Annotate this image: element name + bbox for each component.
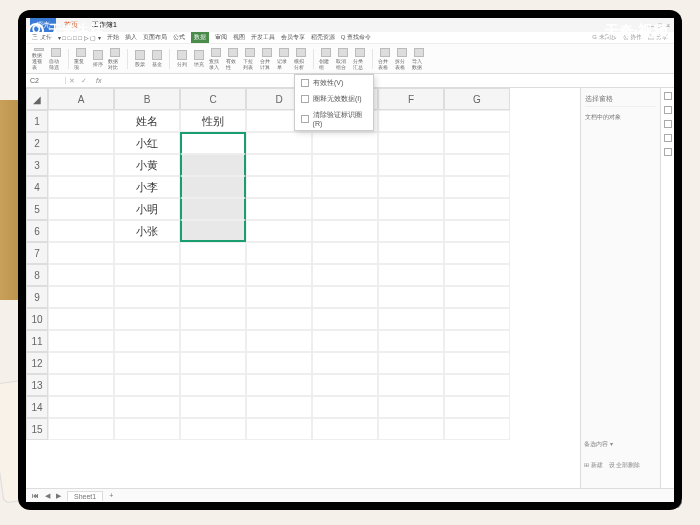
row-header-14[interactable]: 14: [26, 396, 48, 418]
cell-A13[interactable]: [48, 374, 114, 396]
cell-C5[interactable]: [180, 198, 246, 220]
cell-F1[interactable]: [378, 110, 444, 132]
spreadsheet-grid[interactable]: ◢ABCDEFG1姓名性别2小红3小黄4小李5小明6小张789101112131…: [26, 88, 580, 440]
name-box[interactable]: C2: [26, 77, 66, 84]
cell-C8[interactable]: [180, 264, 246, 286]
cell-G5[interactable]: [444, 198, 510, 220]
cell-F9[interactable]: [378, 286, 444, 308]
cell-E11[interactable]: [312, 330, 378, 352]
ribbon-merge[interactable]: 合并表格: [378, 48, 392, 70]
cell-D10[interactable]: [246, 308, 312, 330]
row-header-6[interactable]: 6: [26, 220, 48, 242]
cell-C12[interactable]: [180, 352, 246, 374]
col-header-A[interactable]: A: [48, 88, 114, 110]
cell-E8[interactable]: [312, 264, 378, 286]
cell-B7[interactable]: [114, 242, 180, 264]
cell-D5[interactable]: [246, 198, 312, 220]
add-sheet-button[interactable]: +: [109, 492, 113, 499]
cell-G1[interactable]: [444, 110, 510, 132]
menu-data[interactable]: 数据: [191, 32, 209, 43]
cell-E10[interactable]: [312, 308, 378, 330]
cell-C9[interactable]: [180, 286, 246, 308]
cell-C10[interactable]: [180, 308, 246, 330]
cell-G9[interactable]: [444, 286, 510, 308]
cell-D4[interactable]: [246, 176, 312, 198]
cell-D13[interactable]: [246, 374, 312, 396]
sheet-tab-1[interactable]: Sheet1: [67, 491, 103, 501]
dropdown-clear-circles[interactable]: 清除验证标识圈(R): [295, 107, 373, 130]
cell-E15[interactable]: [312, 418, 378, 440]
cell-A2[interactable]: [48, 132, 114, 154]
cell-E3[interactable]: [312, 154, 378, 176]
cell-F6[interactable]: [378, 220, 444, 242]
row-header-1[interactable]: 1: [26, 110, 48, 132]
cell-B1[interactable]: 姓名: [114, 110, 180, 132]
ribbon-validation[interactable]: 有效性: [226, 48, 240, 70]
cell-D11[interactable]: [246, 330, 312, 352]
cell-A10[interactable]: [48, 308, 114, 330]
cell-A4[interactable]: [48, 176, 114, 198]
ribbon-dropdown[interactable]: 下拉列表: [243, 48, 257, 70]
cell-A7[interactable]: [48, 242, 114, 264]
ribbon-ungroup[interactable]: 取消组合: [336, 48, 350, 70]
row-header-7[interactable]: 7: [26, 242, 48, 264]
menu-layout[interactable]: 页面布局: [143, 33, 167, 42]
ribbon-pivot[interactable]: 数据透视表: [32, 48, 46, 70]
cell-A5[interactable]: [48, 198, 114, 220]
cell-D15[interactable]: [246, 418, 312, 440]
cell-G6[interactable]: [444, 220, 510, 242]
cell-F2[interactable]: [378, 132, 444, 154]
cell-B15[interactable]: [114, 418, 180, 440]
cell-F13[interactable]: [378, 374, 444, 396]
ribbon-whatif[interactable]: 模拟分析: [294, 48, 308, 70]
select-all-corner[interactable]: ◢: [26, 88, 48, 110]
delete-all-button[interactable]: 设 全部删除: [609, 461, 641, 470]
ribbon-dup[interactable]: 重复项: [74, 48, 88, 70]
cell-A3[interactable]: [48, 154, 114, 176]
fx-cancel-icon[interactable]: ✕: [66, 77, 78, 85]
cell-G3[interactable]: [444, 154, 510, 176]
menu-insert[interactable]: 插入: [125, 33, 137, 42]
cell-G11[interactable]: [444, 330, 510, 352]
cell-C11[interactable]: [180, 330, 246, 352]
ribbon-group[interactable]: 创建组: [319, 48, 333, 70]
formula-input[interactable]: [107, 77, 674, 84]
cell-C15[interactable]: [180, 418, 246, 440]
row-header-3[interactable]: 3: [26, 154, 48, 176]
cell-F8[interactable]: [378, 264, 444, 286]
cell-C7[interactable]: [180, 242, 246, 264]
sidetab-2[interactable]: [664, 106, 672, 114]
cell-A12[interactable]: [48, 352, 114, 374]
menu-review[interactable]: 审阅: [215, 33, 227, 42]
cell-D12[interactable]: [246, 352, 312, 374]
cell-E13[interactable]: [312, 374, 378, 396]
cell-F5[interactable]: [378, 198, 444, 220]
cell-A15[interactable]: [48, 418, 114, 440]
menu-view[interactable]: 视图: [233, 33, 245, 42]
row-header-5[interactable]: 5: [26, 198, 48, 220]
cell-D6[interactable]: [246, 220, 312, 242]
menu-resources[interactable]: 稻壳资源: [311, 33, 335, 42]
cell-D9[interactable]: [246, 286, 312, 308]
cell-A14[interactable]: [48, 396, 114, 418]
cell-G12[interactable]: [444, 352, 510, 374]
cell-A9[interactable]: [48, 286, 114, 308]
ribbon-stock[interactable]: 股票: [133, 48, 147, 70]
row-header-12[interactable]: 12: [26, 352, 48, 374]
cell-F7[interactable]: [378, 242, 444, 264]
col-header-C[interactable]: C: [180, 88, 246, 110]
sheet-area[interactable]: ◢ABCDEFG1姓名性别2小红3小黄4小李5小明6小张789101112131…: [26, 88, 580, 488]
cell-B4[interactable]: 小李: [114, 176, 180, 198]
cell-G13[interactable]: [444, 374, 510, 396]
cell-F3[interactable]: [378, 154, 444, 176]
cell-B6[interactable]: 小张: [114, 220, 180, 242]
cell-D14[interactable]: [246, 396, 312, 418]
cell-C2[interactable]: [180, 132, 246, 154]
cell-D7[interactable]: [246, 242, 312, 264]
cell-E4[interactable]: [312, 176, 378, 198]
row-header-15[interactable]: 15: [26, 418, 48, 440]
cell-B2[interactable]: 小红: [114, 132, 180, 154]
cell-A11[interactable]: [48, 330, 114, 352]
cell-A8[interactable]: [48, 264, 114, 286]
cell-B10[interactable]: [114, 308, 180, 330]
